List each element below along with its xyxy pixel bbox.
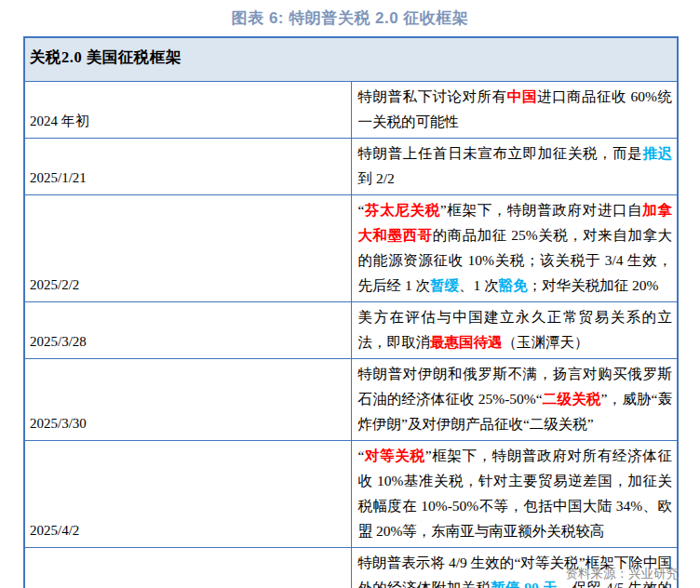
text-segment: 豁免 xyxy=(499,277,528,293)
table-row: 2025/3/30特朗普对伊朗和俄罗斯不满，扬言对购买俄罗斯石油的经济体征收 2… xyxy=(24,358,678,440)
text-segment: 暂缓 xyxy=(430,277,459,293)
event-cell: 美方在评估与中国建立永久正常贸易关系的立法，即取消最惠国待遇（玉渊潭天） xyxy=(351,301,678,358)
table-header-row: 关税2.0 美国征税框架 xyxy=(24,37,678,81)
event-cell: 特朗普上任首日未宣布立即加征关税，而是推迟到 2/2 xyxy=(351,138,678,194)
table-row: 2025/1/21特朗普上任首日未宣布立即加征关税，而是推迟到 2/2 xyxy=(24,138,678,194)
table-header: 关税2.0 美国征税框架 xyxy=(24,37,678,81)
text-segment: 最惠国待遇 xyxy=(430,334,503,350)
date-cell: 2025/3/30 xyxy=(24,358,351,440)
text-segment: 暂停 90 天 xyxy=(491,580,558,588)
date-cell: 2025/2/2 xyxy=(24,194,351,301)
tariff-table: 关税2.0 美国征税框架 2024 年初特朗普私下讨论对所有中国进口商品征收 6… xyxy=(23,36,679,588)
table-row: 2025/2/2“芬太尼关税”框架下，特朗普政府对进口自加拿大和墨西哥的商品加征… xyxy=(24,194,678,301)
text-segment: ”框架下，特朗普政府对进口自 xyxy=(440,202,643,218)
event-cell: 特朗普私下讨论对所有中国进口商品征收 60%统一关税的可能性 xyxy=(351,81,678,138)
event-cell: “对等关税”框架下，特朗普政府对所有经济体征收 10%基准关税，针对主要贸易逆差… xyxy=(351,440,678,547)
text-segment: 、1 次 xyxy=(459,277,499,293)
date-cell: 2024 年初 xyxy=(24,81,351,138)
text-segment: 特朗普私下讨论对所有 xyxy=(358,88,507,104)
report-page: 图表 6: 特朗普关税 2.0 征收框架 关税2.0 美国征税框架 2024 年… xyxy=(0,0,700,588)
text-segment: （玉渊潭天） xyxy=(503,334,589,350)
table-body: 2024 年初特朗普私下讨论对所有中国进口商品征收 60%统一关税的可能性202… xyxy=(24,81,678,588)
text-segment: 二级关税 xyxy=(543,391,601,407)
text-segment: 推迟 xyxy=(642,145,672,161)
text-segment: ；对华关税加征 20% xyxy=(528,277,659,293)
table-row: 2025/3/28美方在评估与中国建立永久正常贸易关系的立法，即取消最惠国待遇（… xyxy=(24,301,678,358)
text-segment: 芬太尼关税 xyxy=(364,202,439,218)
text-segment: 对等关税 xyxy=(364,448,424,463)
text-segment: 中国 xyxy=(507,88,537,104)
date-cell: 2025/4/10 xyxy=(24,547,351,588)
text-segment: 到 2/2 xyxy=(358,170,395,186)
event-cell: 特朗普对伊朗和俄罗斯不满，扬言对购买俄罗斯石油的经济体征收 25%-50%“二级… xyxy=(351,358,678,440)
source-note: 资料来源：兴业研究 xyxy=(566,566,680,582)
text-segment: 特朗普上任首日未宣布立即加征关税，而是 xyxy=(358,145,643,161)
figure-title: 图表 6: 特朗普关税 2.0 征收框架 xyxy=(0,0,700,29)
date-cell: 2025/3/28 xyxy=(24,301,351,358)
table-row: 2025/4/2“对等关税”框架下，特朗普政府对所有经济体征收 10%基准关税，… xyxy=(24,440,678,547)
event-cell: “芬太尼关税”框架下，特朗普政府对进口自加拿大和墨西哥的商品加征 25%关税，对… xyxy=(351,194,678,301)
date-cell: 2025/4/2 xyxy=(24,440,351,547)
date-cell: 2025/1/21 xyxy=(24,138,351,194)
table-row: 2024 年初特朗普私下讨论对所有中国进口商品征收 60%统一关税的可能性 xyxy=(24,81,678,138)
